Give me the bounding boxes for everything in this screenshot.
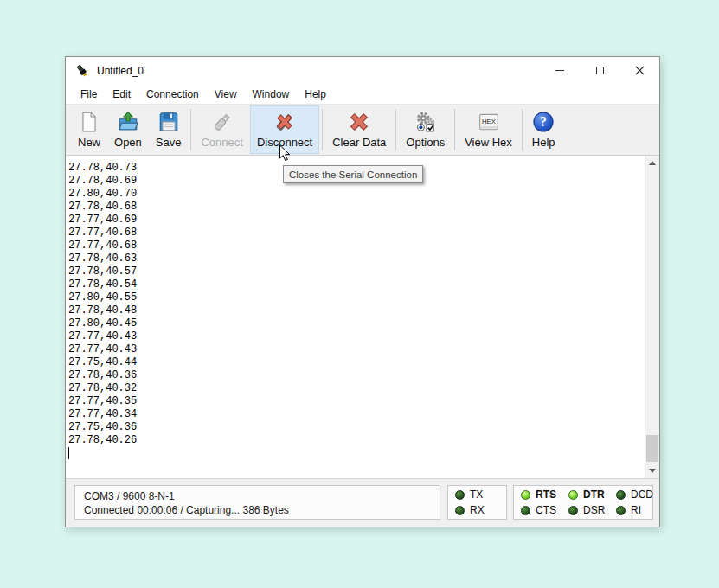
scroll-down-button[interactable] (645, 463, 659, 478)
dcd-led-icon (616, 490, 626, 500)
chevron-down-icon (649, 469, 656, 473)
options-gears-icon (414, 111, 437, 133)
ri-indicator: RI (616, 504, 652, 517)
port-info: COM3 / 9600 8-N-1 (84, 489, 431, 503)
button-label: Save (156, 136, 182, 149)
signal-led-panel: RTS CTS DTR DSR (513, 485, 653, 520)
tx-indicator: TX (455, 489, 506, 502)
button-label: Connect (201, 136, 242, 149)
connection-info: Connected 00:00:06 / Capturing... 386 By… (84, 503, 431, 517)
dtr-label: DTR (583, 489, 605, 501)
text-caret (68, 447, 69, 459)
menu-connection[interactable]: Connection (138, 86, 207, 103)
dsr-led-icon (568, 506, 578, 515)
signal-column: DCD RI (616, 489, 652, 517)
maximize-button[interactable] (580, 57, 619, 84)
connect-usb-icon (211, 111, 234, 133)
close-icon (635, 66, 645, 75)
maximize-icon (596, 67, 604, 74)
button-label: Help (532, 136, 555, 149)
new-document-icon (78, 111, 100, 133)
toolbar-separator (190, 109, 191, 150)
connection-status-panel: COM3 / 9600 8-N-1 Connected 00:00:06 / C… (74, 485, 440, 520)
new-button[interactable]: New (71, 105, 107, 154)
toolbar-separator (395, 109, 396, 150)
button-label: Open (114, 136, 142, 149)
toolbar-separator (454, 109, 455, 150)
options-button[interactable]: Options (399, 105, 452, 154)
terminal-text: 27.78,40.73 27.78,40.69 27.80,40.70 27.7… (66, 156, 659, 447)
vertical-scrollbar[interactable] (645, 156, 659, 478)
connect-button[interactable]: Connect (194, 105, 249, 154)
toolbar: New Open Save (66, 104, 659, 156)
menu-view[interactable]: View (207, 86, 245, 103)
cts-label: CTS (536, 504, 556, 516)
view-hex-icon: HEX (478, 111, 500, 133)
tx-led-icon (455, 490, 465, 500)
desktop: { "window": { "title": "Untitled_0", "co… (0, 0, 719, 588)
disconnect-usb-icon (273, 111, 296, 133)
save-floppy-icon (157, 111, 180, 133)
cts-led-icon (521, 506, 530, 515)
rts-label: RTS (536, 489, 556, 501)
tooltip-text: Closes the Serial Connection (289, 169, 417, 180)
dsr-label: DSR (583, 504, 605, 516)
ri-led-icon (616, 506, 626, 515)
button-label: Clear Data (332, 136, 386, 149)
rx-label: RX (470, 504, 485, 516)
dcd-indicator: DCD (616, 489, 652, 502)
ri-label: RI (631, 504, 641, 516)
tx-label: TX (470, 489, 483, 501)
signal-column: RTS CTS (521, 489, 557, 517)
menu-help[interactable]: Help (297, 86, 334, 103)
dtr-indicator[interactable]: DTR (568, 489, 605, 502)
tooltip: Closes the Serial Connection (283, 165, 423, 183)
dcd-label: DCD (631, 489, 653, 501)
minimize-button[interactable] (540, 57, 580, 84)
window-title: Untitled_0 (97, 65, 144, 77)
scrollbar-thumb[interactable] (646, 435, 658, 462)
close-button[interactable] (619, 57, 659, 84)
chevron-up-icon (649, 161, 656, 165)
app-window: Untitled_0 File Edit Connection View Win… (65, 56, 660, 527)
cts-indicator: CTS (521, 504, 557, 517)
menu-file[interactable]: File (73, 86, 105, 103)
scroll-up-button[interactable] (645, 156, 659, 170)
open-button[interactable]: Open (107, 105, 149, 154)
view-hex-button[interactable]: HEX View Hex (458, 105, 519, 154)
menu-window[interactable]: Window (245, 86, 298, 103)
button-label: View Hex (465, 136, 512, 149)
rx-indicator: RX (455, 504, 506, 517)
button-label: New (78, 136, 100, 149)
clear-data-button[interactable]: Clear Data (325, 105, 393, 154)
status-bar: COM3 / 9600 8-N-1 Connected 00:00:06 / C… (66, 479, 659, 527)
clear-data-x-icon (348, 111, 370, 133)
txrx-led-panel: TX RX (447, 485, 507, 520)
app-icon (75, 64, 90, 78)
toolbar-separator (322, 109, 323, 150)
signal-column: DTR DSR (568, 489, 605, 517)
save-button[interactable]: Save (149, 105, 189, 154)
rx-led-icon (455, 506, 465, 515)
hex-icon-text: HEX (481, 118, 496, 125)
mouse-cursor-icon (279, 144, 291, 163)
menu-edit[interactable]: Edit (105, 86, 138, 103)
dsr-indicator: DSR (568, 504, 605, 517)
rts-indicator[interactable]: RTS (521, 489, 557, 502)
question-mark-glyph: ? (540, 114, 547, 129)
title-bar: Untitled_0 (66, 57, 659, 84)
rts-led-icon (521, 490, 530, 500)
dtr-led-icon (568, 490, 578, 500)
help-question-icon: ? (532, 111, 555, 133)
menu-bar: File Edit Connection View Window Help (66, 84, 659, 104)
terminal-area[interactable]: 27.78,40.73 27.78,40.69 27.80,40.70 27.7… (66, 156, 659, 479)
minimize-icon (555, 70, 564, 71)
open-folder-icon (117, 111, 139, 133)
toolbar-separator (522, 109, 523, 150)
window-controls (540, 57, 659, 84)
help-button[interactable]: ? Help (525, 105, 562, 154)
button-label: Options (406, 136, 445, 149)
